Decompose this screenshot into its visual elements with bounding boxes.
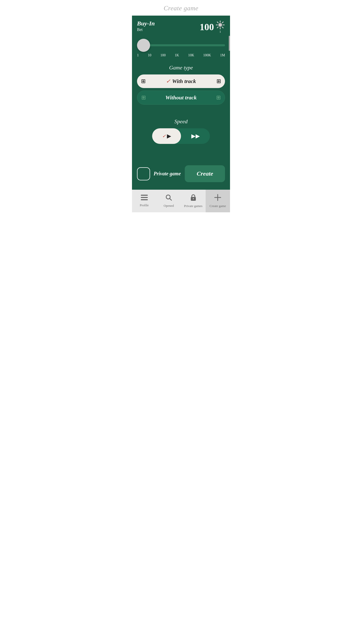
speed-section: Speed ✓ ▶ ▶▶ [137,113,225,144]
slider-label-10: 10 [148,53,151,57]
private-game-checkbox[interactable] [137,167,150,180]
nav-item-create-game[interactable]: Create game [206,190,230,212]
menu-icon [141,195,148,202]
with-track-right-icon: ⊞ [216,78,221,85]
nav-label-private-games: Private games [184,204,202,208]
slider-track-container[interactable] [137,39,225,52]
main-content: Buy-In Bet 100 [132,16,230,190]
without-track-left-icon: ⊞ [141,94,146,101]
svg-line-6 [222,27,223,28]
speed-fast-button[interactable]: ▶▶ [181,128,210,144]
with-track-left-icon: ⊞ [141,78,146,85]
svg-rect-9 [141,195,148,196]
speed-normal-button[interactable]: ✓ ▶ [152,128,181,144]
lock-icon [190,194,196,203]
game-type-label: Game type [137,64,225,71]
buyin-left: Buy-In Bet [137,20,155,32]
gear-icon[interactable] [215,20,225,30]
buyin-right: 100 [200,20,225,34]
nav-label-profile: Profile [140,203,149,207]
buyin-small-number: 1 [219,30,221,34]
slider-section: 1 10 100 1K 10K 100K 1M [137,39,225,57]
search-icon [165,194,172,202]
without-track-label: Without track [165,94,197,101]
private-game-container: Private game [137,167,181,180]
without-track-right-icon: ⊞ [216,94,221,101]
plus-icon [214,194,221,203]
slider-track [148,44,225,46]
buyin-title: Buy-In [137,20,155,27]
svg-rect-10 [141,197,148,198]
svg-point-15 [193,198,194,199]
nav-item-private-games[interactable]: Private games [181,190,206,212]
speed-fast-icon: ▶▶ [191,133,200,139]
buyin-section: Buy-In Bet 100 [137,20,225,34]
page-title: Create game [132,0,230,16]
speed-label: Speed [137,118,225,125]
nav-label-opened: Opened [164,204,174,208]
private-game-label: Private game [154,171,181,177]
svg-line-13 [170,198,171,200]
nav-item-profile[interactable]: Profile [132,190,157,212]
svg-line-7 [222,22,223,23]
slider-label-1: 1 [137,53,139,57]
slider-label-1m: 1M [220,53,225,57]
slider-label-100k: 100K [203,53,211,57]
buyin-subtitle: Bet [137,27,155,32]
speed-normal-check: ✓ [162,133,166,139]
nav-label-create-game: Create game [210,204,226,208]
game-type-without-track[interactable]: ⊞ Without track ⊞ [137,91,225,105]
slider-label-10k: 10K [188,53,194,57]
bottom-nav: Profile Opened Private games Create [132,190,230,212]
slider-label-1k: 1K [175,53,179,57]
svg-rect-11 [141,199,148,200]
speed-toggle: ✓ ▶ ▶▶ [152,128,210,144]
slider-labels: 1 10 100 1K 10K 100K 1M [137,53,225,57]
svg-line-5 [217,22,218,23]
slider-label-100: 100 [160,53,166,57]
slider-thumb[interactable] [137,39,150,52]
create-button[interactable]: Create [185,165,225,182]
scroll-indicator [229,36,230,51]
nav-item-opened[interactable]: Opened [157,190,181,212]
svg-point-0 [218,23,222,27]
svg-line-8 [217,27,218,28]
bottom-actions: Private game Create [137,155,225,185]
game-type-with-track[interactable]: ⊞ ✓ With track ⊞ [137,74,225,88]
speed-normal-icon: ▶ [167,133,171,139]
buyin-value: 100 [200,22,214,32]
with-track-label: With track [172,78,196,85]
gear-container[interactable]: 1 [215,20,225,34]
with-track-checkmark: ✓ [166,78,170,85]
